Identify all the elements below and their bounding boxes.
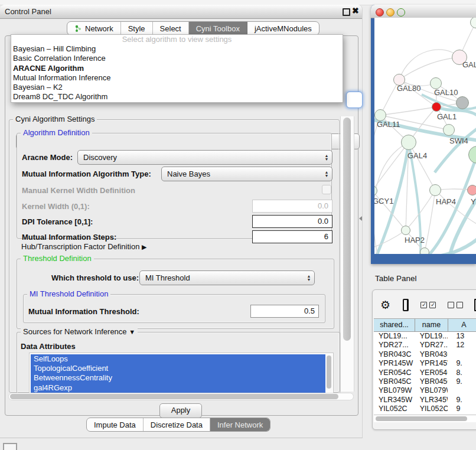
table-cell: YBR043C	[415, 350, 448, 359]
aracne-mode-combo[interactable]: Discovery ▲▼	[77, 150, 332, 165]
tab-label: Cyni Toolbox	[196, 24, 240, 33]
network-node[interactable]	[456, 96, 469, 109]
table-cell: 9.	[448, 377, 476, 386]
tab-select[interactable]: Select	[153, 22, 189, 35]
node-label: GCY1	[374, 197, 393, 206]
bottom-tabbar: Impute DataDiscretize DataInfer Network	[86, 418, 270, 432]
attribute-list-item[interactable]: BetweennessCentrality	[31, 373, 325, 383]
hub-definition-label: Hub/Transcription Factor Definition	[21, 242, 139, 251]
table-row[interactable]: YLR345WYLR345W9.	[374, 396, 476, 405]
network-view-window: GALGAL80GAL10GAL1GAL11SWI4GAL4GCY1HAP4YH…	[371, 5, 476, 264]
column-header[interactable]: shared...	[374, 319, 415, 331]
settings-hscrollbar-thumb[interactable]	[10, 394, 338, 399]
tab-jactivemnodules[interactable]: jActiveMNodules	[247, 22, 319, 35]
sources-group: Sources for Network Inference ▼ Data Att…	[17, 332, 340, 393]
zoom-traffic-icon[interactable]	[397, 8, 405, 17]
network-node[interactable]	[420, 247, 429, 254]
network-node-gal11[interactable]	[374, 109, 386, 121]
desktop: { "colors":{ "accent_blue":"#2a2ad4","ac…	[0, 0, 476, 450]
table-row[interactable]: YDR27...YDR27...12	[374, 341, 476, 350]
mi-steps-field[interactable]: 6	[252, 230, 332, 243]
hub-definition-toggle[interactable]: Hub/Transcription Factor Definition ▶	[21, 242, 146, 251]
settings-scrollbar-thumb[interactable]	[343, 118, 351, 341]
data-attributes-list[interactable]: SelfLoopsTopologicalCoefficientBetweenne…	[29, 353, 334, 394]
select-all-columns-button[interactable]: ✓✓	[420, 302, 436, 308]
column-header[interactable]: name	[415, 319, 448, 331]
control-panel-titlebar: Control Panel ✖	[0, 5, 362, 19]
node-table[interactable]: shared... name A YDL19...YDL19...13YDR27…	[374, 318, 476, 415]
manual-kernel-label: Manual Kernel Width Definition	[22, 186, 135, 195]
algorithm-option[interactable]: ARACNE Algorithm	[11, 64, 343, 73]
algorithm-popup-list: Bayesian – Hill ClimbingBasic Correlatio…	[11, 44, 343, 102]
kernel-width-field[interactable]: 0.0	[252, 200, 332, 213]
mi-threshold-field[interactable]: 0.5	[250, 305, 319, 318]
table-row[interactable]: YIL052CYIL052C9	[374, 405, 476, 413]
table-hscrollbar-thumb[interactable]	[376, 416, 467, 421]
network-node-gal1[interactable]	[432, 102, 441, 112]
list-scrollbar-thumb[interactable]	[327, 356, 331, 389]
column-header[interactable]: A	[448, 319, 476, 331]
collapse-down-icon[interactable]: ▼	[129, 328, 135, 335]
deselect-all-columns-button[interactable]	[448, 302, 463, 308]
tab-network[interactable]: Network	[67, 22, 121, 35]
table-row[interactable]: YER054CYER054C8.	[374, 369, 476, 377]
settings-vertical-scrollbar[interactable]	[340, 116, 354, 392]
attribute-list-item[interactable]: gal4RGexp	[31, 383, 325, 393]
dpi-tolerance-field[interactable]: 0.0	[252, 215, 332, 228]
network-node-y[interactable]	[467, 185, 476, 195]
algorithm-option[interactable]: Basic Correlation Inference	[11, 54, 343, 63]
panel-grid-icon[interactable]	[3, 443, 17, 450]
close-icon[interactable]: ✖	[352, 6, 359, 15]
table-cell	[448, 350, 476, 359]
algorithm-option[interactable]: Dream8 DC_TDC Algorithm	[11, 92, 343, 102]
algorithm-option[interactable]: Bayesian – Hill Climbing	[11, 44, 343, 54]
tab-cyni-toolbox[interactable]: Cyni Toolbox	[189, 22, 247, 35]
table-cell: YER054C	[374, 369, 415, 377]
gear-icon[interactable]: ⚙	[380, 298, 390, 312]
close-traffic-icon[interactable]	[376, 8, 384, 17]
manual-kernel-checkbox[interactable]	[322, 185, 331, 194]
network-node-gal4[interactable]	[401, 135, 416, 150]
tab-style[interactable]: Style	[121, 22, 153, 35]
table-row[interactable]: YPR145WYPR145W9.	[374, 359, 476, 368]
splitter-collapse-icon[interactable]	[359, 216, 362, 221]
algorithm-option[interactable]: Mutual Information Inference	[11, 73, 343, 83]
inference-algorithm-combo-fragment[interactable]	[346, 92, 363, 108]
tab-discretize-data[interactable]: Discretize Data	[144, 418, 210, 431]
node-label: GAL80	[397, 84, 420, 93]
table-cell: 9.	[448, 359, 476, 368]
list-scrollbar[interactable]	[326, 354, 332, 392]
tab-impute-data[interactable]: Impute Data	[87, 418, 144, 431]
node-label: SWI4	[449, 136, 468, 145]
columns-icon[interactable]	[403, 299, 409, 311]
mi-threshold-group: MI Threshold Definition Mutual Informati…	[23, 294, 325, 323]
mi-type-combo[interactable]: Naive Bayes ▲▼	[161, 167, 332, 181]
network-node-swi4[interactable]	[443, 124, 455, 136]
network-node-hap4[interactable]	[429, 184, 441, 196]
tab-infer-network[interactable]: Infer Network	[210, 418, 270, 431]
table-horizontal-scrollbar[interactable]	[374, 415, 476, 422]
apply-button[interactable]: Apply	[159, 403, 202, 418]
which-threshold-combo[interactable]: MI Threshold ▲▼	[139, 270, 315, 285]
which-threshold-value: MI Threshold	[140, 273, 304, 282]
network-node-gal10[interactable]	[430, 77, 442, 89]
table-row[interactable]: YBL079WYBL079W	[374, 386, 476, 395]
kernel-width-label: Kernel Width (0,1):	[22, 202, 90, 211]
control-panel-tabbar: NetworkStyleSelectCyni ToolboxjActiveMNo…	[67, 21, 319, 35]
table-row[interactable]: YBR043CYBR043C	[374, 350, 476, 359]
network-canvas[interactable]: GALGAL80GAL10GAL1GAL11SWI4GAL4GCY1HAP4YH…	[374, 18, 476, 254]
expand-right-icon[interactable]: ▶	[142, 243, 146, 250]
spinner-arrows-icon: ▲▼	[321, 171, 332, 178]
attribute-list-item[interactable]: TopologicalCoefficient	[31, 364, 325, 373]
table-cell: YDR27...	[374, 341, 415, 350]
minimize-traffic-icon[interactable]	[386, 8, 395, 17]
table-row[interactable]: YDL19...YDL19...13	[374, 332, 476, 341]
dpi-tolerance-label: DPI Tolerance [0,1]:	[22, 217, 93, 226]
table-body: YDL19...YDL19...13YDR27...YDR27...12YBR0…	[374, 332, 476, 414]
table-row[interactable]: YBR045CYBR045C9.	[374, 377, 476, 386]
settings-horizontal-scrollbar[interactable]	[8, 393, 354, 400]
float-window-icon[interactable]	[343, 8, 350, 16]
network-node-hap2[interactable]	[401, 226, 410, 235]
attribute-list-item[interactable]: SelfLoops	[31, 354, 325, 364]
algorithm-option[interactable]: Bayesian – K2	[11, 83, 343, 92]
